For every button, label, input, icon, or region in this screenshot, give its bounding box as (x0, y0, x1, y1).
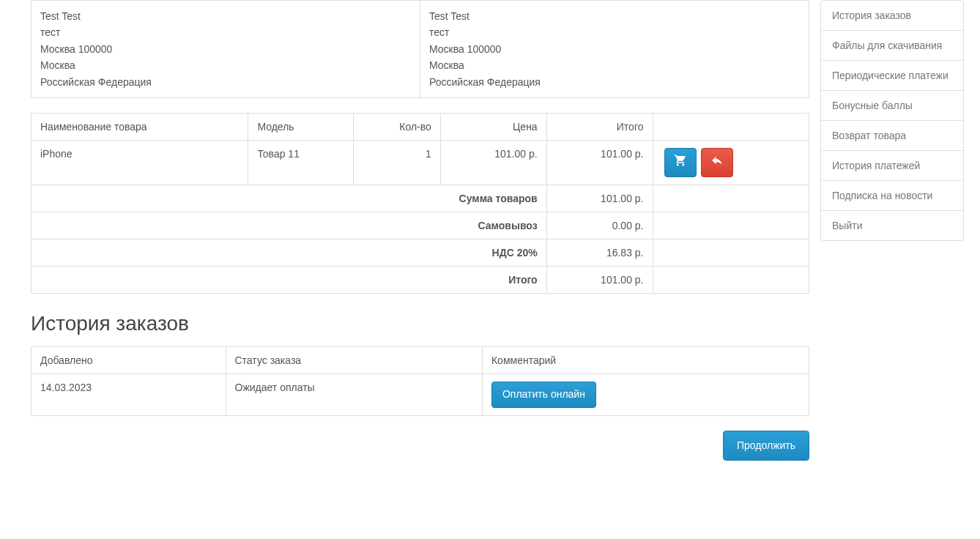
sidebar-item-reward-points[interactable]: Бонусные баллы (821, 91, 963, 121)
sidebar-item-recurring[interactable]: Периодические платежи (821, 61, 963, 91)
history-heading: История заказов (31, 312, 809, 335)
col-added: Добавлено (31, 346, 226, 373)
col-model: Модель (248, 113, 353, 140)
totals-row: НДС 20% 16.83 р. (31, 239, 809, 266)
cell-price: 101.00 р. (440, 140, 546, 185)
sidebar-item-returns[interactable]: Возврат товара (821, 121, 963, 151)
address-line2: Москва 100000 (40, 43, 112, 55)
cart-icon (674, 154, 687, 171)
col-qty: Кол-во (353, 113, 440, 140)
total-value: 101.00 р. (546, 266, 653, 293)
table-row: 14.03.2023 Ожидает оплаты Оплатить онлай… (31, 373, 809, 415)
address-line1: тест (40, 26, 60, 38)
bottom-actions: Продолжить (31, 431, 809, 461)
return-button[interactable] (701, 148, 733, 177)
history-table: Добавлено Статус заказа Комментарий 14.0… (31, 346, 809, 416)
cell-actions (653, 140, 809, 185)
cell-total: 101.00 р. (546, 140, 653, 185)
totals-row: Итого 101.00 р. (31, 266, 809, 293)
cell-model: Товар 11 (248, 140, 353, 185)
cell-name: iPhone (31, 140, 248, 185)
products-table: Наименование товара Модель Кол-во Цена И… (31, 113, 809, 294)
sidebar-item-transactions[interactable]: История платежей (821, 151, 963, 181)
address-line1: тест (429, 26, 449, 38)
reply-icon (710, 154, 724, 171)
address-country: Российская Федерация (40, 76, 152, 88)
sidebar: История заказов Файлы для скачивания Пер… (820, 0, 964, 475)
continue-button[interactable]: Продолжить (723, 431, 809, 461)
col-actions (653, 113, 809, 140)
totals-row: Сумма товаров 101.00 р. (31, 185, 809, 212)
sidebar-item-order-history[interactable]: История заказов (821, 1, 963, 31)
sidebar-item-logout[interactable]: Выйти (821, 211, 963, 240)
sidebar-menu: История заказов Файлы для скачивания Пер… (820, 0, 964, 241)
shipping-address: Test Test тест Москва 100000 Москва Росс… (420, 1, 809, 98)
reorder-button[interactable] (664, 148, 697, 177)
total-value: 0.00 р. (546, 212, 653, 239)
pay-online-button[interactable]: Оплатить онлайн (491, 382, 596, 408)
cell-added: 14.03.2023 (31, 373, 226, 415)
table-row: iPhone Товар 11 1 101.00 р. 101.00 р. (31, 140, 809, 185)
col-name: Наименование товара (31, 113, 248, 140)
total-label: Сумма товаров (459, 193, 538, 204)
totals-row: Самовывоз 0.00 р. (31, 212, 809, 239)
total-label: Итого (508, 274, 537, 286)
total-value: 101.00 р. (546, 185, 653, 212)
addresses-table: Test Test тест Москва 100000 Москва Росс… (31, 0, 809, 98)
address-city: Москва (429, 59, 464, 71)
cell-comment: Оплатить онлайн (482, 373, 809, 415)
address-name: Test Test (429, 10, 469, 22)
total-value: 16.83 р. (546, 239, 653, 266)
total-label: НДС 20% (492, 247, 538, 259)
billing-address: Test Test тест Москва 100000 Москва Росс… (31, 1, 420, 98)
col-price: Цена (440, 113, 546, 140)
col-comment: Комментарий (482, 346, 809, 373)
cell-status: Ожидает оплаты (226, 373, 482, 415)
address-line2: Москва 100000 (429, 43, 501, 55)
main-content: Test Test тест Москва 100000 Москва Росс… (0, 0, 820, 475)
col-status: Статус заказа (226, 346, 482, 373)
address-name: Test Test (40, 10, 81, 22)
address-country: Российская Федерация (429, 76, 541, 88)
address-city: Москва (40, 59, 75, 71)
total-label: Самовывоз (478, 220, 538, 231)
cell-qty: 1 (353, 140, 440, 185)
sidebar-item-downloads[interactable]: Файлы для скачивания (821, 31, 963, 61)
col-total: Итого (546, 113, 653, 140)
sidebar-item-newsletter[interactable]: Подписка на новости (821, 181, 963, 211)
